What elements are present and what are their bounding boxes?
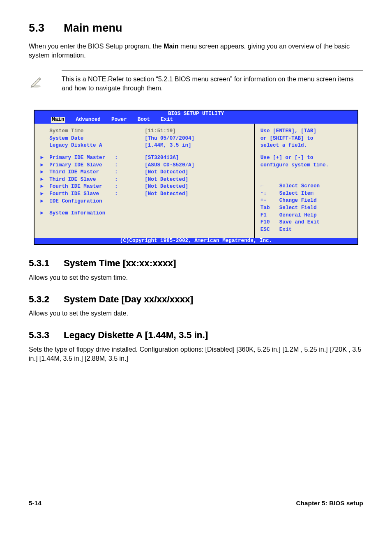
bios-row-sysinfo[interactable]: ► System Information [40, 210, 251, 217]
subsection-heading: 5.3.2System Date [Day xx/xx/xxxx] [29, 293, 363, 306]
bios-copyright: (C)Copyright 1985-2002, American Megatre… [35, 238, 357, 244]
bios-row-time[interactable]: System Time [11:51:19] [40, 128, 251, 135]
section-heading: 5.3Main menu [29, 21, 363, 36]
triangle-right-icon: ► [40, 210, 49, 217]
bios-tab-main[interactable]: Main [51, 117, 65, 123]
subsection-heading: 5.3.1System Time [xx:xx:xxxx] [29, 257, 363, 270]
bios-screenshot: BIOS SETUP UTILITY Main Advanced Power B… [34, 110, 358, 245]
bios-tab-advanced[interactable]: Advanced [76, 117, 100, 123]
bios-title: BIOS SETUP UTILITY [35, 111, 357, 117]
page-footer: 5-14 Chapter 5: BIOS setup [29, 499, 363, 507]
bios-tab-boot[interactable]: Boot [138, 117, 150, 123]
bios-row-legacy[interactable]: Legacy Diskette A [1.44M, 3.5 in] [40, 142, 251, 150]
bios-row-date[interactable]: System Date [Thu 05/07/2004] [40, 135, 251, 143]
bios-row-ide-config[interactable]: ► IDE Configuration [40, 198, 251, 205]
bios-row-ide[interactable]: ► Fourth IDE Slave : [Not Detected] [40, 191, 251, 198]
triangle-right-icon: ► [40, 162, 49, 169]
subsection-body: Allows you to set the system time. [29, 273, 363, 282]
bios-right-pane: Use [ENTER], [TAB] or [SHIFT-TAB] to sel… [255, 124, 357, 238]
bios-tab-power[interactable]: Power [111, 117, 127, 123]
triangle-right-icon: ► [40, 198, 49, 205]
triangle-right-icon: ► [40, 191, 49, 198]
page-number: 5-14 [29, 499, 42, 507]
bios-tab-exit[interactable]: Exit [161, 117, 173, 123]
bios-legend: ←Select Screen ↑↓Select Item +-Change Fi… [261, 183, 353, 233]
bios-row-ide[interactable]: ► Primary IDE Master : [ST320413A] [40, 154, 251, 162]
triangle-right-icon: ► [40, 183, 49, 191]
note-text: This is a NOTE.Refer to section “5.2.1 B… [62, 70, 363, 99]
chapter-label: Chapter 5: BIOS setup [296, 499, 363, 507]
bios-tabs: Main Advanced Power Boot Exit [35, 117, 357, 124]
triangle-right-icon: ► [40, 169, 49, 176]
arrow-left-icon: ← [261, 183, 279, 190]
subsection-body: Allows you to set the system date. [29, 309, 363, 318]
heading-title: Main menu [64, 22, 122, 34]
bios-left-pane: System Time [11:51:19] System Date [Thu … [35, 124, 255, 238]
arrow-updown-icon: ↑↓ [261, 190, 279, 198]
bios-row-ide[interactable]: ► Third IDE Slave : [Not Detected] [40, 176, 251, 184]
bios-help-text: Use [ENTER], [TAB] or [SHIFT-TAB] to sel… [261, 128, 353, 169]
heading-number: 5.3 [29, 21, 64, 36]
triangle-right-icon: ► [40, 176, 49, 184]
subsection-body: Sets the type of floppy drive installed.… [29, 345, 363, 364]
subsection-heading: 5.3.3Legacy Diskette A [1.44M, 3.5 in.] [29, 329, 363, 342]
note-icon-cell [29, 70, 62, 91]
intro-paragraph: When you enter the BIOS Setup program, t… [29, 42, 363, 60]
bios-row-ide[interactable]: ► Third IDE Master : [Not Detected] [40, 169, 251, 176]
bios-row-ide[interactable]: ► Primary IDE Slave : [ASUS CD-S520/A] [40, 162, 251, 169]
pencil-icon [29, 74, 43, 88]
note-block: This is a NOTE.Refer to section “5.2.1 B… [29, 70, 363, 99]
bios-row-ide[interactable]: ► Fourth IDE Master : [Not Detected] [40, 183, 251, 191]
triangle-right-icon: ► [40, 154, 49, 162]
